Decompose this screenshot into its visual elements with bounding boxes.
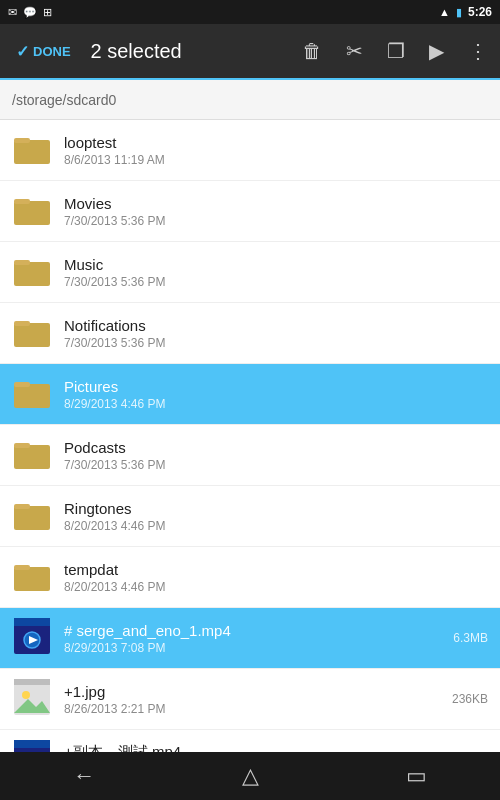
- file-type-icon: [12, 372, 64, 416]
- status-bar: ✉ 💬 ⊞ ▲ ▮ 5:26: [0, 0, 500, 24]
- svg-rect-10: [14, 445, 50, 469]
- svg-rect-17: [14, 618, 50, 626]
- file-name: Music: [64, 256, 488, 273]
- file-date: 8/20/2013 4:46 PM: [64, 519, 488, 533]
- file-type-icon: [12, 189, 64, 233]
- svg-rect-4: [14, 262, 50, 286]
- file-date: 8/29/2013 7:08 PM: [64, 641, 445, 655]
- svg-rect-1: [14, 138, 30, 143]
- svg-rect-12: [14, 506, 50, 530]
- file-name: Podcasts: [64, 439, 488, 456]
- svg-rect-5: [14, 260, 30, 265]
- action-icons-group: 🗑 ✂ ❐ ▶ ⋮: [298, 35, 492, 67]
- svg-rect-6: [14, 323, 50, 347]
- file-list: looptest 8/6/2013 11:19 AM Movies 7/30/2…: [0, 120, 500, 752]
- more-icon[interactable]: ⋮: [464, 35, 492, 67]
- nav-bar: ← △ ▭: [0, 752, 500, 800]
- list-item[interactable]: +1.jpg 8/26/2013 2:21 PM 236KB: [0, 669, 500, 730]
- list-item[interactable]: tempdat 8/20/2013 4:46 PM: [0, 547, 500, 608]
- file-date: 7/30/2013 5:36 PM: [64, 458, 488, 472]
- svg-rect-15: [14, 565, 30, 570]
- list-item[interactable]: Notifications 7/30/2013 5:36 PM: [0, 303, 500, 364]
- battery-icon: ▮: [456, 6, 462, 19]
- svg-rect-7: [14, 321, 30, 326]
- file-info: Ringtones 8/20/2013 4:46 PM: [64, 500, 488, 533]
- file-name: tempdat: [64, 561, 488, 578]
- list-item[interactable]: Movies 7/30/2013 5:36 PM: [0, 181, 500, 242]
- file-type-icon: [12, 250, 64, 294]
- file-info: Podcasts 7/30/2013 5:36 PM: [64, 439, 488, 472]
- path-text: /storage/sdcard0: [12, 92, 116, 108]
- back-button[interactable]: ←: [53, 755, 115, 797]
- file-name: Notifications: [64, 317, 488, 334]
- done-button[interactable]: ✓ DONE: [8, 38, 79, 65]
- svg-rect-0: [14, 140, 50, 164]
- cut-icon[interactable]: ✂: [342, 35, 367, 67]
- home-button[interactable]: △: [222, 755, 279, 797]
- share-icon[interactable]: ▶: [425, 35, 448, 67]
- file-name: +副本 測試.mp4: [64, 743, 439, 753]
- file-date: 7/30/2013 5:36 PM: [64, 275, 488, 289]
- svg-rect-14: [14, 567, 50, 591]
- file-name: Pictures: [64, 378, 488, 395]
- status-right-icons: ▲ ▮ 5:26: [439, 5, 492, 19]
- file-type-icon: [12, 555, 64, 599]
- file-type-icon: [12, 433, 64, 477]
- file-date: 8/26/2013 2:21 PM: [64, 702, 444, 716]
- delete-icon[interactable]: 🗑: [298, 36, 326, 67]
- file-type-icon: [12, 311, 64, 355]
- file-info: +副本 測試.mp4 8/29/2013 3:03 PM: [64, 743, 439, 753]
- svg-rect-8: [14, 384, 50, 408]
- svg-rect-13: [14, 504, 30, 509]
- file-type-icon: [12, 677, 64, 721]
- svg-point-22: [22, 691, 30, 699]
- file-name: Movies: [64, 195, 488, 212]
- svg-rect-9: [14, 382, 30, 387]
- recents-button[interactable]: ▭: [386, 755, 447, 797]
- file-info: Music 7/30/2013 5:36 PM: [64, 256, 488, 289]
- file-info: looptest 8/6/2013 11:19 AM: [64, 134, 488, 167]
- svg-rect-3: [14, 199, 30, 204]
- extra-icon: ⊞: [43, 6, 52, 19]
- selected-count: 2 selected: [91, 40, 294, 63]
- file-size: 6.3MB: [453, 631, 488, 645]
- gmail-icon: ✉: [8, 6, 17, 19]
- file-type-icon: [12, 128, 64, 172]
- file-date: 7/30/2013 5:36 PM: [64, 336, 488, 350]
- file-info: Notifications 7/30/2013 5:36 PM: [64, 317, 488, 350]
- svg-rect-11: [14, 443, 30, 448]
- check-icon: ✓: [16, 42, 29, 61]
- list-item[interactable]: Pictures 8/29/2013 4:46 PM: [0, 364, 500, 425]
- file-name: +1.jpg: [64, 683, 444, 700]
- file-info: tempdat 8/20/2013 4:46 PM: [64, 561, 488, 594]
- list-item[interactable]: Podcasts 7/30/2013 5:36 PM: [0, 425, 500, 486]
- file-name: Ringtones: [64, 500, 488, 517]
- file-info: +1.jpg 8/26/2013 2:21 PM: [64, 683, 444, 716]
- file-size: 236KB: [452, 692, 488, 706]
- file-type-icon: [12, 494, 64, 538]
- wifi-icon: ▲: [439, 6, 450, 18]
- done-label: DONE: [33, 44, 71, 59]
- msg-icon: 💬: [23, 6, 37, 19]
- list-item[interactable]: +副本 測試.mp4 8/29/2013 3:03 PM 9.39MB: [0, 730, 500, 752]
- svg-rect-2: [14, 201, 50, 225]
- file-date: 7/30/2013 5:36 PM: [64, 214, 488, 228]
- svg-rect-21: [14, 679, 50, 685]
- file-date: 8/29/2013 4:46 PM: [64, 397, 488, 411]
- file-date: 8/6/2013 11:19 AM: [64, 153, 488, 167]
- file-type-icon: [12, 738, 64, 752]
- copy-icon[interactable]: ❐: [383, 35, 409, 67]
- file-date: 8/20/2013 4:46 PM: [64, 580, 488, 594]
- file-info: Pictures 8/29/2013 4:46 PM: [64, 378, 488, 411]
- list-item[interactable]: # serge_and_eno_1.mp4 8/29/2013 7:08 PM …: [0, 608, 500, 669]
- file-name: # serge_and_eno_1.mp4: [64, 622, 445, 639]
- status-left-icons: ✉ 💬 ⊞: [8, 6, 52, 19]
- list-item[interactable]: Music 7/30/2013 5:36 PM: [0, 242, 500, 303]
- list-item[interactable]: looptest 8/6/2013 11:19 AM: [0, 120, 500, 181]
- svg-rect-25: [14, 740, 50, 748]
- action-bar: ✓ DONE 2 selected 🗑 ✂ ❐ ▶ ⋮: [0, 24, 500, 80]
- list-item[interactable]: Ringtones 8/20/2013 4:46 PM: [0, 486, 500, 547]
- file-name: looptest: [64, 134, 488, 151]
- file-type-icon: [12, 616, 64, 660]
- file-info: # serge_and_eno_1.mp4 8/29/2013 7:08 PM: [64, 622, 445, 655]
